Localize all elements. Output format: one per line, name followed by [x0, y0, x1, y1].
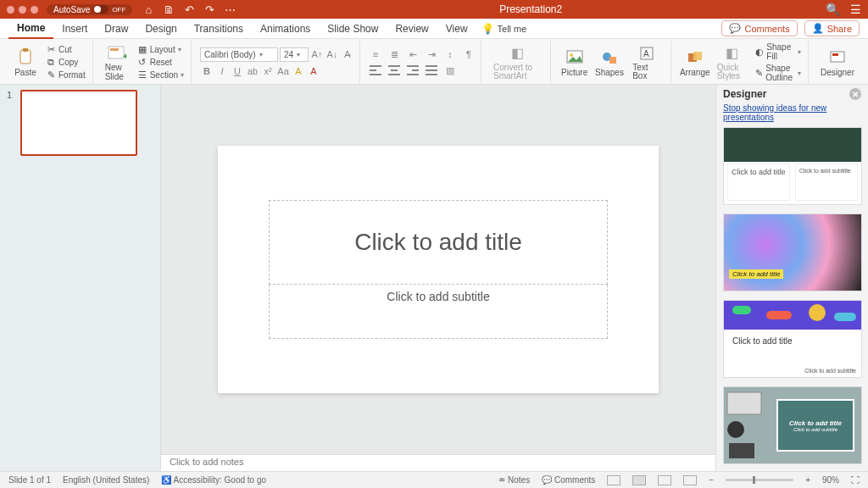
- close-dot[interactable]: [7, 6, 14, 14]
- align-left-button[interactable]: [369, 64, 382, 77]
- title-bar: AutoSave OFF ⌂ 🗎 ↶ ↷ ⋯ Presentation2 🔍 ☰: [0, 0, 868, 19]
- design-idea-3[interactable]: Click to add title Click to add subtitle: [723, 300, 862, 378]
- share-button[interactable]: 👤 Share: [804, 20, 860, 36]
- zoom-percent[interactable]: 90%: [822, 475, 839, 485]
- window-controls[interactable]: [7, 6, 38, 14]
- sorter-view-button[interactable]: [632, 475, 646, 485]
- columns-button[interactable]: ▥: [443, 64, 457, 77]
- convert-smartart-button[interactable]: ◧ Convert to SmartArt: [490, 42, 545, 83]
- thumbnail-row[interactable]: 1: [7, 90, 153, 156]
- quick-styles-button[interactable]: ◧ Quick Styles: [714, 42, 751, 83]
- design-idea-2[interactable]: Click to add title: [723, 214, 862, 291]
- comments-toggle[interactable]: 💬 Comments: [542, 475, 595, 485]
- minimize-dot[interactable]: [19, 6, 26, 14]
- text-direction-button[interactable]: ¶: [462, 47, 476, 61]
- zoom-in-button[interactable]: +: [805, 475, 810, 485]
- notes-toggle[interactable]: ≐ Notes: [498, 475, 530, 485]
- designer-button[interactable]: Designer: [817, 47, 858, 79]
- paste-button[interactable]: Paste: [10, 47, 41, 79]
- share-icon: 👤: [812, 23, 824, 34]
- reset-button[interactable]: ↺Reset: [136, 57, 186, 69]
- tab-design[interactable]: Design: [136, 19, 185, 38]
- reading-view-button[interactable]: [658, 475, 671, 485]
- layout-button[interactable]: ▦Layout▾: [136, 44, 186, 56]
- zoom-slider[interactable]: [726, 479, 793, 481]
- tab-slideshow[interactable]: Slide Show: [319, 19, 387, 38]
- textbox-button[interactable]: A Text Box: [629, 42, 665, 83]
- pen-icon: ✎: [755, 68, 763, 78]
- picture-button[interactable]: Picture: [559, 47, 590, 79]
- subtitle-placeholder[interactable]: Click to add subtitle: [269, 285, 608, 339]
- slide-canvas[interactable]: Click to add title Click to add subtitle: [218, 146, 659, 393]
- tab-draw[interactable]: Draw: [96, 19, 136, 38]
- new-slide-button[interactable]: ✦ New Slide: [102, 42, 132, 83]
- align-right-button[interactable]: [406, 64, 420, 77]
- close-icon[interactable]: ✕: [849, 88, 861, 100]
- accessibility-status[interactable]: ♿ Accessibility: Good to go: [161, 475, 266, 485]
- bold-button[interactable]: B: [200, 64, 214, 78]
- design-idea-1[interactable]: Click to add title Click to add subtitle: [723, 127, 862, 205]
- strike-button[interactable]: ab: [246, 64, 259, 78]
- tab-view[interactable]: View: [437, 19, 476, 38]
- bullets-button[interactable]: ≡: [369, 47, 382, 61]
- undo-icon[interactable]: ↶: [183, 3, 195, 15]
- clear-format-button[interactable]: A̶: [341, 47, 354, 61]
- designer-title: Designer: [723, 88, 766, 100]
- tab-insert[interactable]: Insert: [53, 19, 96, 38]
- indent-increase-button[interactable]: ⇥: [425, 47, 438, 61]
- shrink-font-button[interactable]: A↓: [326, 47, 339, 61]
- slide-counter[interactable]: Slide 1 of 1: [8, 475, 51, 485]
- change-case-button[interactable]: Aa: [276, 64, 290, 78]
- section-button[interactable]: ☰Section▾: [136, 69, 186, 81]
- line-spacing-button[interactable]: ↕: [443, 47, 457, 61]
- comments-button[interactable]: 💬 Comments: [721, 20, 797, 36]
- fit-window-button[interactable]: ⛶: [851, 475, 860, 485]
- tell-me-search[interactable]: 💡 Tell me: [481, 23, 527, 35]
- shape-fill-button[interactable]: ◐Shape Fill▾: [754, 42, 803, 62]
- normal-view-button[interactable]: [607, 475, 620, 485]
- tab-transitions[interactable]: Transitions: [186, 19, 252, 38]
- highlight-button[interactable]: A: [292, 64, 305, 78]
- account-icon[interactable]: ☰: [850, 3, 861, 16]
- design-idea-4[interactable]: Click to add title Click to add subtitle: [723, 386, 862, 464]
- title-placeholder[interactable]: Click to add title: [269, 200, 608, 285]
- indent-decrease-button[interactable]: ⇤: [406, 47, 420, 61]
- cut-button[interactable]: ✂Cut: [44, 44, 87, 56]
- font-family-dropdown[interactable]: Calibri (Body)▾: [200, 47, 278, 62]
- arrange-button[interactable]: Arrange: [680, 47, 710, 79]
- convert-label: Convert to SmartArt: [493, 64, 542, 81]
- svg-rect-0: [20, 50, 31, 64]
- shape-outline-button[interactable]: ✎Shape Outline▾: [754, 63, 803, 83]
- autosave-toggle[interactable]: AutoSave OFF: [47, 4, 132, 15]
- tab-review[interactable]: Review: [387, 19, 437, 38]
- shapes-button[interactable]: Shapes: [593, 47, 626, 79]
- stop-showing-link[interactable]: Stop showing ideas for new presentations: [716, 103, 868, 127]
- numbering-button[interactable]: ≣: [387, 47, 401, 61]
- home-icon[interactable]: ⌂: [142, 3, 154, 15]
- search-icon[interactable]: 🔍: [826, 3, 840, 16]
- superscript-button[interactable]: x²: [261, 64, 275, 78]
- language-status[interactable]: English (United States): [63, 475, 149, 485]
- design4-card: Click to add title Click to add subtitle: [776, 399, 854, 452]
- justify-button[interactable]: [425, 64, 438, 77]
- slideshow-view-button[interactable]: [683, 475, 697, 485]
- font-color-button[interactable]: A: [307, 64, 320, 78]
- zoom-out-button[interactable]: −: [709, 475, 714, 485]
- scissors-icon: ✂: [46, 45, 56, 55]
- zoom-dot[interactable]: [31, 6, 38, 14]
- redo-icon[interactable]: ↷: [203, 3, 215, 15]
- align-center-button[interactable]: [387, 64, 401, 77]
- thumbnail-1[interactable]: [20, 90, 137, 156]
- tab-home[interactable]: Home: [8, 19, 53, 39]
- italic-button[interactable]: I: [215, 64, 229, 78]
- underline-button[interactable]: U: [231, 64, 244, 78]
- grow-font-button[interactable]: A↑: [310, 47, 324, 61]
- quickstyles-icon: ◧: [722, 44, 741, 63]
- save-icon[interactable]: 🗎: [163, 3, 175, 15]
- format-painter-button[interactable]: ✎Format: [44, 69, 87, 81]
- tab-animations[interactable]: Animations: [252, 19, 319, 38]
- notes-pane[interactable]: Click to add notes: [161, 454, 715, 471]
- more-icon[interactable]: ⋯: [224, 3, 236, 15]
- font-size-dropdown[interactable]: 24▾: [280, 47, 309, 62]
- copy-button[interactable]: ⧉Copy: [44, 57, 87, 69]
